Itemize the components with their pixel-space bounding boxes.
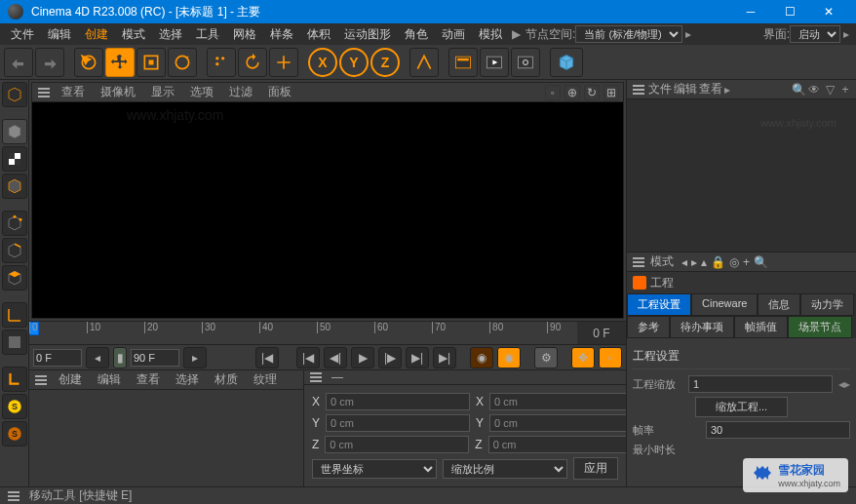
coord-size-y-input[interactable] (489, 414, 634, 432)
workplane-mode-button[interactable] (2, 174, 27, 199)
obj-menu-file[interactable]: 文件 (648, 81, 672, 97)
obj-eye-icon[interactable]: 👁 (807, 83, 821, 97)
attr-up-icon[interactable]: ▴ (701, 255, 707, 269)
material-menu-view[interactable]: 查看 (131, 371, 166, 388)
coord-menu-icon[interactable] (308, 370, 324, 384)
enable-axis-l-button[interactable] (2, 367, 27, 392)
viewport-nav-icon-1[interactable]: ◦ (545, 85, 561, 100)
material-menu-select[interactable]: 选择 (170, 371, 205, 388)
nodespace-popup-icon[interactable]: ▸ (685, 27, 691, 41)
make-editable-button[interactable] (2, 82, 27, 107)
coord-collapse-icon[interactable]: — (331, 370, 343, 384)
menu-volume[interactable]: 体积 (300, 23, 337, 45)
nodespace-select[interactable]: 当前 (标准/物理) (575, 25, 682, 43)
viewport-canvas[interactable] (32, 102, 623, 318)
menu-character[interactable]: 角色 (398, 23, 435, 45)
edge-mode-button[interactable] (2, 238, 27, 263)
attr-lock-icon[interactable]: 🔒 (711, 255, 725, 269)
frame-start-input[interactable] (33, 349, 82, 367)
goto-nextkey-button[interactable]: ▶| (406, 347, 429, 368)
attr-tab-dynamics[interactable]: 动力学 (800, 293, 854, 316)
x-axis-button[interactable]: X (308, 48, 337, 77)
attr-target-icon[interactable]: ◎ (729, 255, 739, 269)
obj-search-icon[interactable]: 🔍 (792, 83, 805, 97)
render-view-button[interactable] (448, 48, 478, 77)
coord-system-button[interactable] (409, 48, 439, 77)
coord-pos-x-input[interactable] (326, 393, 470, 410)
undo-button[interactable] (4, 48, 33, 77)
object-tree[interactable] (627, 99, 856, 252)
attr-back-icon[interactable]: ◂ (681, 255, 687, 269)
axis-lock-button[interactable] (269, 48, 298, 77)
viewport-nav-icon-3[interactable]: ↻ (584, 85, 600, 100)
snap-button[interactable]: S (2, 394, 27, 419)
attr-scale-project-button[interactable]: 缩放工程... (695, 397, 788, 417)
attr-tab-todo[interactable]: 待办事项 (670, 316, 734, 338)
obj-menu-edit[interactable]: 编辑 (674, 81, 697, 97)
obj-menu-view[interactable]: 查看 (699, 81, 722, 97)
attr-tab-info[interactable]: 信息 (758, 293, 800, 316)
attr-menu-icon[interactable] (631, 255, 646, 269)
texture-mode-button[interactable] (2, 146, 27, 172)
attr-scale-input[interactable] (688, 375, 833, 393)
play-button[interactable]: ▶ (351, 347, 374, 368)
z-axis-button[interactable]: Z (370, 48, 400, 77)
range-start-button[interactable]: ◂ (86, 347, 109, 368)
attr-scale-spinner-icon[interactable]: ◂▸ (838, 377, 850, 391)
keyframe-selection-button[interactable]: ⚙ (534, 347, 558, 368)
viewport-menu-cameras[interactable]: 摄像机 (95, 84, 141, 100)
menu-mode[interactable]: 模式 (115, 23, 152, 45)
goto-prevkey-button[interactable]: |◀ (296, 347, 320, 368)
obj-filter-icon[interactable]: ▽ (823, 83, 837, 97)
range-slider[interactable]: ▮ (113, 347, 127, 368)
scale-tool[interactable] (136, 48, 166, 77)
live-select-tool[interactable] (74, 48, 103, 77)
obj-menu-icon[interactable] (631, 83, 646, 97)
coord-apply-button[interactable]: 应用 (573, 457, 618, 480)
coord-pos-y-input[interactable] (326, 414, 470, 432)
coord-scale-select[interactable]: 缩放比例 (443, 459, 567, 479)
statusbar-menu-icon[interactable] (6, 489, 21, 503)
viewport-menu-display[interactable]: 显示 (145, 84, 180, 100)
next-frame-button[interactable]: |▶ (378, 347, 402, 368)
layout-popup-icon[interactable]: ▸ (843, 27, 849, 41)
attr-tab-project[interactable]: 工程设置 (627, 293, 691, 316)
layout-select[interactable]: 启动 (790, 25, 840, 43)
material-menu-create[interactable]: 创建 (53, 371, 88, 388)
y-axis-button[interactable]: Y (339, 48, 369, 77)
viewport-menu-options[interactable]: 选项 (184, 84, 219, 100)
timeline-ruler[interactable]: 0102030405060708090 0 F (29, 321, 626, 344)
point-mode-button[interactable] (2, 211, 27, 236)
menu-select[interactable]: 选择 (152, 23, 189, 45)
attr-tab-scenenodes[interactable]: 场景节点 (788, 316, 852, 338)
render-pv-button[interactable] (480, 48, 509, 77)
polygon-mode-button[interactable] (2, 265, 27, 291)
obj-menu-more-icon[interactable]: ▸ (724, 83, 730, 97)
attr-menu-mode[interactable]: 模式 (650, 253, 674, 270)
maximize-button[interactable]: ☐ (770, 0, 809, 23)
move-tool[interactable] (105, 48, 135, 77)
model-mode-button[interactable] (2, 119, 27, 144)
obj-add-icon[interactable]: + (838, 83, 852, 97)
rotate-tool[interactable] (168, 48, 197, 77)
menu-tools[interactable]: 工具 (189, 23, 226, 45)
viewport-menu-icon[interactable] (36, 86, 52, 99)
close-button[interactable]: ✕ (809, 0, 848, 23)
viewport-menu-panel[interactable]: 面板 (262, 84, 297, 100)
autokey-button[interactable]: ◉ (497, 347, 521, 368)
menu-edit[interactable]: 编辑 (41, 23, 78, 45)
viewport-menu-view[interactable]: 查看 (56, 84, 91, 100)
attr-fwd-icon[interactable]: ▸ (691, 255, 697, 269)
key-pos-button[interactable]: ✥ (571, 347, 595, 368)
history-button[interactable] (238, 48, 267, 77)
menu-mesh[interactable]: 网格 (226, 23, 263, 45)
attr-tab-cineware[interactable]: Cineware (691, 293, 758, 316)
range-end-button[interactable]: ▸ (183, 347, 207, 368)
key-scale-button[interactable]: ▫ (599, 347, 622, 368)
viewport-menu-filter[interactable]: 过滤 (223, 84, 258, 100)
menu-spline[interactable]: 样条 (263, 23, 300, 45)
menu-file[interactable]: 文件 (4, 23, 41, 45)
viewport-nav-icon-2[interactable]: ⊕ (564, 85, 580, 100)
attr-tab-interp[interactable]: 帧插值 (734, 316, 788, 338)
recent-tools[interactable] (207, 48, 236, 77)
